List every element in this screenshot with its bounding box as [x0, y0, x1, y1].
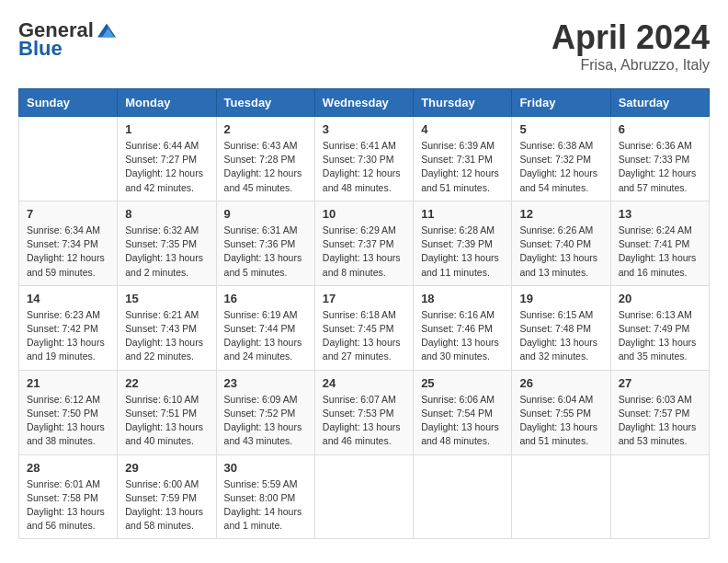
calendar-week-row: 28Sunrise: 6:01 AMSunset: 7:58 PMDayligh…: [19, 454, 710, 539]
day-info: Sunrise: 6:31 AMSunset: 7:36 PMDaylight:…: [224, 224, 307, 280]
day-number: 18: [421, 292, 504, 305]
day-number: 15: [125, 292, 208, 305]
calendar-cell: 29Sunrise: 6:00 AMSunset: 7:59 PMDayligh…: [118, 454, 216, 539]
day-info: Sunrise: 6:19 AMSunset: 7:44 PMDaylight:…: [224, 308, 307, 364]
day-info: Sunrise: 6:18 AMSunset: 7:45 PMDaylight:…: [323, 308, 405, 364]
day-number: 28: [27, 461, 109, 475]
calendar-cell: 3Sunrise: 6:41 AMSunset: 7:30 PMDaylight…: [314, 117, 413, 201]
calendar-week-row: 21Sunrise: 6:12 AMSunset: 7:50 PMDayligh…: [19, 370, 710, 454]
calendar-cell: [610, 454, 709, 539]
day-number: 1: [125, 122, 208, 136]
calendar-cell: 10Sunrise: 6:29 AMSunset: 7:37 PMDayligh…: [314, 201, 413, 285]
day-info: Sunrise: 6:34 AMSunset: 7:34 PMDaylight:…: [27, 224, 109, 280]
day-number: 16: [224, 292, 307, 305]
calendar-cell: 12Sunrise: 6:26 AMSunset: 7:40 PMDayligh…: [512, 201, 610, 285]
calendar-cell: 16Sunrise: 6:19 AMSunset: 7:44 PMDayligh…: [216, 285, 314, 370]
column-header-sunday: Sunday: [19, 89, 118, 117]
day-info: Sunrise: 6:26 AMSunset: 7:40 PMDaylight:…: [519, 224, 602, 280]
day-number: 19: [519, 292, 602, 305]
location-title: Frisa, Abruzzo, Italy: [552, 57, 710, 74]
column-header-monday: Monday: [118, 89, 216, 117]
calendar-cell: 18Sunrise: 6:16 AMSunset: 7:46 PMDayligh…: [414, 285, 512, 370]
calendar-cell: 22Sunrise: 6:10 AMSunset: 7:51 PMDayligh…: [118, 370, 216, 454]
day-info: Sunrise: 6:09 AMSunset: 7:52 PMDaylight:…: [224, 393, 307, 449]
day-number: 17: [323, 292, 405, 305]
day-number: 7: [27, 207, 109, 221]
calendar-cell: 24Sunrise: 6:07 AMSunset: 7:53 PMDayligh…: [314, 370, 413, 454]
calendar-cell: 30Sunrise: 5:59 AMSunset: 8:00 PMDayligh…: [216, 454, 314, 539]
day-info: Sunrise: 6:23 AMSunset: 7:42 PMDaylight:…: [27, 308, 109, 364]
day-info: Sunrise: 6:10 AMSunset: 7:51 PMDaylight:…: [125, 393, 208, 449]
logo-icon: [97, 21, 116, 40]
column-header-wednesday: Wednesday: [314, 89, 413, 117]
day-number: 9: [224, 207, 307, 221]
day-number: 3: [323, 122, 405, 136]
calendar-week-row: 7Sunrise: 6:34 AMSunset: 7:34 PMDaylight…: [19, 201, 710, 285]
day-info: Sunrise: 6:16 AMSunset: 7:46 PMDaylight:…: [421, 308, 504, 364]
calendar-cell: 25Sunrise: 6:06 AMSunset: 7:54 PMDayligh…: [414, 370, 512, 454]
day-number: 26: [519, 376, 602, 390]
day-info: Sunrise: 6:01 AMSunset: 7:58 PMDaylight:…: [27, 477, 109, 534]
calendar-cell: 14Sunrise: 6:23 AMSunset: 7:42 PMDayligh…: [19, 285, 118, 370]
day-info: Sunrise: 6:29 AMSunset: 7:37 PMDaylight:…: [323, 224, 405, 280]
day-number: 11: [421, 207, 504, 221]
day-info: Sunrise: 5:59 AMSunset: 8:00 PMDaylight:…: [224, 477, 307, 534]
calendar-cell: [19, 117, 118, 201]
calendar-cell: 13Sunrise: 6:24 AMSunset: 7:41 PMDayligh…: [610, 201, 709, 285]
calendar-cell: [414, 454, 512, 539]
day-number: 27: [619, 376, 701, 390]
day-info: Sunrise: 6:24 AMSunset: 7:41 PMDaylight:…: [619, 224, 701, 280]
day-info: Sunrise: 6:32 AMSunset: 7:35 PMDaylight:…: [125, 224, 208, 280]
column-header-friday: Friday: [512, 89, 610, 117]
day-number: 10: [323, 207, 405, 221]
day-number: 8: [125, 207, 208, 221]
logo-blue-text: Blue: [18, 37, 63, 61]
calendar-cell: [512, 454, 610, 539]
calendar-week-row: 1Sunrise: 6:44 AMSunset: 7:27 PMDaylight…: [19, 117, 710, 201]
calendar-cell: 21Sunrise: 6:12 AMSunset: 7:50 PMDayligh…: [19, 370, 118, 454]
calendar-cell: 1Sunrise: 6:44 AMSunset: 7:27 PMDaylight…: [118, 117, 216, 201]
column-header-saturday: Saturday: [610, 89, 709, 117]
day-info: Sunrise: 6:43 AMSunset: 7:28 PMDaylight:…: [224, 139, 307, 195]
calendar-cell: 9Sunrise: 6:31 AMSunset: 7:36 PMDaylight…: [216, 201, 314, 285]
day-info: Sunrise: 6:06 AMSunset: 7:54 PMDaylight:…: [421, 393, 504, 449]
day-number: 12: [519, 207, 602, 221]
day-info: Sunrise: 6:15 AMSunset: 7:48 PMDaylight:…: [519, 308, 602, 364]
calendar-cell: 2Sunrise: 6:43 AMSunset: 7:28 PMDaylight…: [216, 117, 314, 201]
day-number: 25: [421, 376, 504, 390]
day-info: Sunrise: 6:00 AMSunset: 7:59 PMDaylight:…: [125, 477, 208, 534]
calendar-cell: 28Sunrise: 6:01 AMSunset: 7:58 PMDayligh…: [19, 454, 118, 539]
calendar-cell: 11Sunrise: 6:28 AMSunset: 7:39 PMDayligh…: [414, 201, 512, 285]
day-number: 29: [125, 461, 208, 475]
day-info: Sunrise: 6:41 AMSunset: 7:30 PMDaylight:…: [323, 139, 405, 195]
calendar-cell: 27Sunrise: 6:03 AMSunset: 7:57 PMDayligh…: [610, 370, 709, 454]
header: General Blue April 2024 Frisa, Abruzzo, …: [18, 18, 710, 74]
calendar-cell: 4Sunrise: 6:39 AMSunset: 7:31 PMDaylight…: [414, 117, 512, 201]
day-info: Sunrise: 6:13 AMSunset: 7:49 PMDaylight:…: [619, 308, 701, 364]
calendar-cell: 7Sunrise: 6:34 AMSunset: 7:34 PMDaylight…: [19, 201, 118, 285]
calendar: SundayMondayTuesdayWednesdayThursdayFrid…: [18, 88, 710, 539]
day-number: 22: [125, 376, 208, 390]
day-number: 23: [224, 376, 307, 390]
calendar-header-row: SundayMondayTuesdayWednesdayThursdayFrid…: [19, 89, 710, 117]
day-number: 13: [619, 207, 701, 221]
calendar-cell: 20Sunrise: 6:13 AMSunset: 7:49 PMDayligh…: [610, 285, 709, 370]
day-number: 21: [27, 376, 109, 390]
day-info: Sunrise: 6:21 AMSunset: 7:43 PMDaylight:…: [125, 308, 208, 364]
day-number: 30: [224, 461, 307, 475]
day-number: 20: [619, 292, 701, 305]
column-header-tuesday: Tuesday: [216, 89, 314, 117]
month-title: April 2024: [552, 18, 710, 57]
calendar-cell: 8Sunrise: 6:32 AMSunset: 7:35 PMDaylight…: [118, 201, 216, 285]
day-info: Sunrise: 6:36 AMSunset: 7:33 PMDaylight:…: [619, 139, 701, 195]
calendar-cell: 6Sunrise: 6:36 AMSunset: 7:33 PMDaylight…: [610, 117, 709, 201]
day-info: Sunrise: 6:44 AMSunset: 7:27 PMDaylight:…: [125, 139, 208, 195]
calendar-cell: [314, 454, 413, 539]
day-number: 5: [519, 122, 602, 136]
column-header-thursday: Thursday: [414, 89, 512, 117]
day-number: 2: [224, 122, 307, 136]
day-info: Sunrise: 6:39 AMSunset: 7:31 PMDaylight:…: [421, 139, 504, 195]
day-info: Sunrise: 6:03 AMSunset: 7:57 PMDaylight:…: [619, 393, 701, 449]
calendar-cell: 5Sunrise: 6:38 AMSunset: 7:32 PMDaylight…: [512, 117, 610, 201]
day-number: 24: [323, 376, 405, 390]
